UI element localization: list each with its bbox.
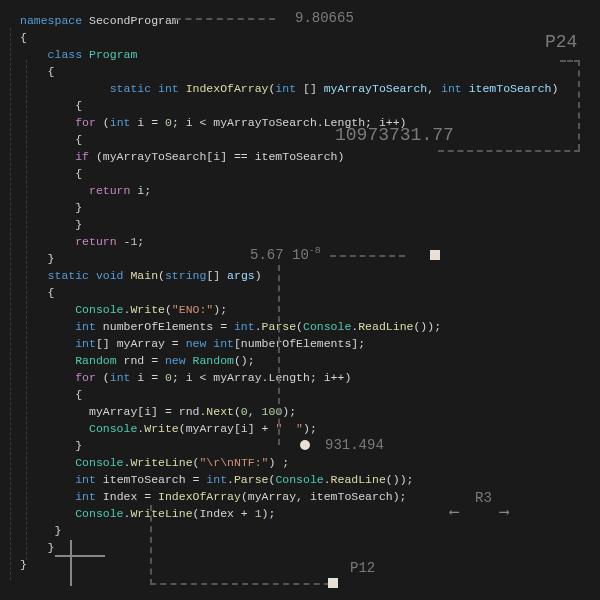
ruler-bl-v xyxy=(150,505,152,585)
brace: } xyxy=(20,439,82,452)
crosshair-h xyxy=(55,555,105,557)
arrow-right-icon: ⟶ xyxy=(500,503,508,520)
marker-square-2 xyxy=(328,578,338,588)
keyword-class: class xyxy=(20,48,82,61)
p: ) xyxy=(551,82,558,95)
ruler-bl-h xyxy=(150,583,330,585)
m: Parse xyxy=(234,473,269,486)
t: ; xyxy=(137,235,144,248)
t: (myArrayToSearch[i] == itemToSearch) xyxy=(89,150,344,163)
brace: { xyxy=(20,31,27,44)
ruler-sb-h xyxy=(330,255,405,257)
brace: { xyxy=(20,388,82,401)
kw-return: return xyxy=(20,184,130,197)
p: . xyxy=(324,473,331,486)
p: ( xyxy=(158,269,165,282)
ruler-center-v xyxy=(278,265,280,445)
p: ()); xyxy=(413,320,441,333)
num: 0 xyxy=(165,116,172,129)
t: (myArray, itemToSearch); xyxy=(241,490,407,503)
kw: int xyxy=(110,371,131,384)
p: ( xyxy=(165,303,172,316)
indent-guide-1 xyxy=(10,28,11,580)
t: - xyxy=(117,235,131,248)
kw: int xyxy=(20,490,96,503)
t: ; i < myArrayToSearch.Length; i++) xyxy=(172,116,407,129)
kw: int xyxy=(20,320,96,333)
kw: static xyxy=(20,269,89,282)
cls: Console xyxy=(20,303,124,316)
marker-square-1 xyxy=(430,250,440,260)
t: numberOfElements = xyxy=(96,320,234,333)
kw: int xyxy=(20,473,96,486)
p: , xyxy=(427,82,441,95)
brace: { xyxy=(20,65,55,78)
cls: Console xyxy=(20,456,124,469)
num: 0 xyxy=(241,405,248,418)
namespace-name: SecondProgram xyxy=(82,14,179,27)
kw: int xyxy=(151,82,179,95)
brace: } xyxy=(20,218,82,231)
class-name: Program xyxy=(82,48,137,61)
kw: void xyxy=(89,269,124,282)
cls: Random xyxy=(186,354,234,367)
brace: } xyxy=(20,201,82,214)
kw-new: new xyxy=(165,354,186,367)
kw: int xyxy=(275,82,296,95)
cls: Console xyxy=(275,473,323,486)
p: ( xyxy=(96,371,110,384)
brace: { xyxy=(20,167,82,180)
str: "\r\nNTF:" xyxy=(199,456,268,469)
t: (Index + xyxy=(193,507,255,520)
m: ReadLine xyxy=(331,473,386,486)
p: ) ; xyxy=(268,456,289,469)
ruler-top xyxy=(175,18,275,20)
keyword-namespace: namespace xyxy=(20,14,82,27)
kw: int xyxy=(206,473,227,486)
t: itemToSearch = xyxy=(96,473,206,486)
kw: int xyxy=(441,82,462,95)
str: "ENO:" xyxy=(172,303,213,316)
cls: Random xyxy=(20,354,117,367)
p: ( xyxy=(234,405,241,418)
t: Index = xyxy=(96,490,158,503)
p: ); xyxy=(282,405,296,418)
p: ); xyxy=(213,303,227,316)
p: , xyxy=(248,405,262,418)
marker-dot xyxy=(300,440,310,450)
code-editor[interactable]: namespace SecondProgram { class Program … xyxy=(20,12,580,588)
brace: { xyxy=(20,286,55,299)
param: itemToSearch xyxy=(462,82,552,95)
t: i; xyxy=(130,184,151,197)
p: ( xyxy=(96,116,110,129)
t: ; i < myArray.Length; i++) xyxy=(172,371,351,384)
kw-return: return xyxy=(20,235,117,248)
p: ) xyxy=(255,269,262,282)
t: i = xyxy=(130,116,165,129)
kw-for: for xyxy=(20,116,96,129)
p: [] xyxy=(206,269,227,282)
m: Write xyxy=(144,422,179,435)
kw: int xyxy=(20,337,96,350)
p: ); xyxy=(262,507,276,520)
p: ()); xyxy=(386,473,414,486)
p: (); xyxy=(234,354,255,367)
arrow-left-icon: ⟵ xyxy=(450,503,458,520)
t: rnd = xyxy=(117,354,165,367)
p: . xyxy=(227,473,234,486)
p: . xyxy=(255,320,262,333)
p: [] xyxy=(296,82,324,95)
crosshair-v xyxy=(70,540,72,586)
brace: } xyxy=(20,541,55,554)
m: IndexOfArray xyxy=(158,490,241,503)
ruler-right-v xyxy=(578,60,580,150)
num: 0 xyxy=(165,371,172,384)
kw-new: new xyxy=(186,337,207,350)
m: WriteLine xyxy=(130,456,192,469)
brace: } xyxy=(20,252,55,265)
brace: { xyxy=(20,133,82,146)
kw: int xyxy=(234,320,255,333)
param: args xyxy=(227,269,255,282)
m: Write xyxy=(130,303,165,316)
m: WriteLine xyxy=(130,507,192,520)
